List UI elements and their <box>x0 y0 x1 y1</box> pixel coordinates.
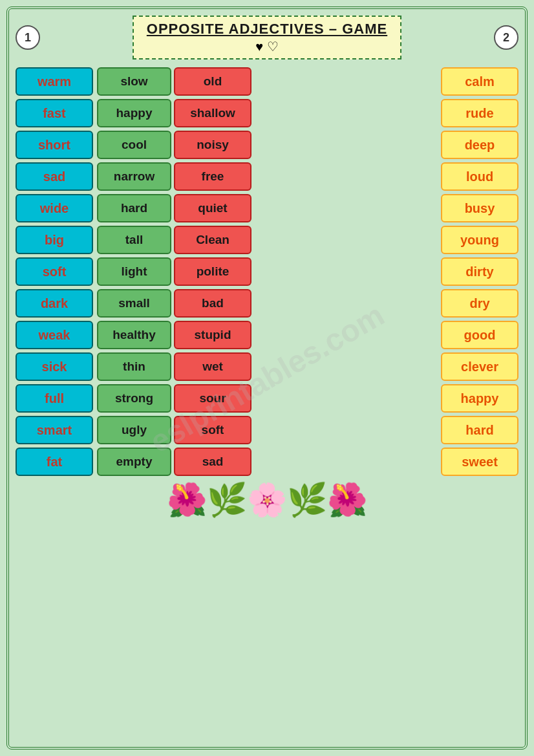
list-item: short <box>16 131 93 159</box>
list-item: light <box>97 257 171 286</box>
list-item: quiet <box>174 194 251 222</box>
list-item: sad <box>174 448 251 476</box>
list-item: warm <box>16 67 93 96</box>
left-column: warm fast short sad wide big soft dark w… <box>16 67 93 476</box>
list-item: full <box>16 384 93 413</box>
list-item: hard <box>441 416 518 444</box>
page-title: OPPOSITE ADJECTIVES – GAME <box>147 21 387 38</box>
list-item: clever <box>441 352 518 381</box>
list-item: empty <box>97 448 171 476</box>
list-item: sweet <box>441 448 518 476</box>
list-item: narrow <box>97 162 171 191</box>
flower-decoration: 🌺🌿🌸🌿🌺 <box>16 481 518 519</box>
title-box: OPPOSITE ADJECTIVES – GAME ♥ ♡ <box>133 16 401 59</box>
list-item: busy <box>441 194 518 222</box>
list-item: good <box>441 321 518 349</box>
list-item: dark <box>16 289 93 318</box>
green-column: slow happy cool narrow hard tall light s… <box>97 67 171 476</box>
list-item: thin <box>97 352 171 381</box>
list-item: dirty <box>441 257 518 286</box>
list-item: cool <box>97 131 171 159</box>
list-item: happy <box>97 99 171 127</box>
list-item: noisy <box>174 131 251 159</box>
list-item: ugly <box>97 416 171 444</box>
list-item: shallow <box>174 99 251 127</box>
list-item: old <box>174 67 251 96</box>
list-item: fat <box>16 448 93 476</box>
list-item: smart <box>16 416 93 444</box>
list-item: dry <box>441 289 518 318</box>
middle-column: slow happy cool narrow hard tall light s… <box>97 67 437 476</box>
list-item: hard <box>97 194 171 222</box>
list-item: fast <box>16 99 93 127</box>
list-item: sick <box>16 352 93 381</box>
list-item: happy <box>441 384 518 413</box>
list-item: young <box>441 226 518 254</box>
list-item: tall <box>97 226 171 254</box>
red-column: old shallow noisy free quiet Clean polit… <box>174 67 251 476</box>
list-item: deep <box>441 131 518 159</box>
list-item: wide <box>16 194 93 222</box>
list-item: soft <box>174 416 251 444</box>
list-item: stupid <box>174 321 251 349</box>
list-item: free <box>174 162 251 191</box>
badge-right: 2 <box>494 25 518 50</box>
badge-left: 1 <box>16 25 40 50</box>
list-item: slow <box>97 67 171 96</box>
list-item: bad <box>174 289 251 318</box>
list-item: sour <box>174 384 251 413</box>
list-item: wet <box>174 352 251 381</box>
list-item: small <box>97 289 171 318</box>
list-item: healthy <box>97 321 171 349</box>
list-item: strong <box>97 384 171 413</box>
hearts-decoration: ♥ ♡ <box>255 39 278 54</box>
list-item: Clean <box>174 226 251 254</box>
list-item: rude <box>441 99 518 127</box>
list-item: loud <box>441 162 518 191</box>
right-column: calm rude deep loud busy young dirty dry… <box>441 67 518 476</box>
list-item: calm <box>441 67 518 96</box>
page: 1 OPPOSITE ADJECTIVES – GAME ♥ ♡ 2 eslpr… <box>6 6 528 750</box>
list-item: weak <box>16 321 93 349</box>
list-item: soft <box>16 257 93 286</box>
list-item: polite <box>174 257 251 286</box>
list-item: sad <box>16 162 93 191</box>
header: 1 OPPOSITE ADJECTIVES – GAME ♥ ♡ 2 <box>16 16 518 59</box>
main-content: warm fast short sad wide big soft dark w… <box>16 67 518 476</box>
list-item: big <box>16 226 93 254</box>
